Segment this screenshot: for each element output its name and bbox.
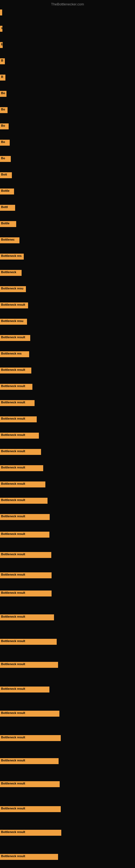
bar-label: Bottleneck res: [0, 351, 29, 357]
bar-label: B: [0, 58, 5, 64]
bar-label: [0, 9, 2, 16]
bar-row: Bottleneck result: [0, 614, 54, 621]
bar-label: Bo: [0, 107, 8, 113]
bar-row: Bottleneck result: [0, 498, 48, 505]
bar-row: Bottleneck result: [0, 758, 58, 765]
bar-label: Bottleneck result: [0, 552, 51, 558]
bar-label: Bottleneck resu: [0, 286, 26, 292]
bar-row: Bottleneck res: [0, 254, 24, 261]
bar-label: Bottleneck result: [0, 303, 28, 308]
bar-row: Bottleneck result: [0, 711, 59, 718]
bar-label: Bottleneck result: [0, 465, 43, 471]
bar-row: Bottleneck result: [0, 303, 28, 310]
bar-label: s: [0, 26, 2, 32]
bar-label: Bottleneck result: [0, 781, 60, 787]
bar-row: Bo: [0, 91, 6, 98]
bar-row: B: [0, 58, 5, 65]
site-title: TheBottlenecker.com: [51, 2, 84, 6]
bar-row: Bottleneck result: [0, 482, 45, 489]
bar-label: Bottleneck result: [0, 532, 49, 538]
bar-label: Bottleneck result: [0, 482, 45, 488]
bar-label: Bo: [0, 91, 6, 97]
bar-label: E: [0, 42, 3, 48]
bar-label: Bottleneck result: [0, 335, 30, 341]
bar-row: Bo: [0, 140, 10, 147]
bar-label: Bottle: [0, 188, 14, 194]
bar-row: Bottleneck result: [0, 735, 61, 742]
bar-label: Bottlenec: [0, 237, 19, 243]
bar-row: Bottleneck resu: [0, 286, 26, 293]
bar-label: Bott: [0, 172, 12, 178]
bar-row: Bottleneck result: [0, 384, 32, 391]
bar-row: Bottleneck result: [0, 532, 49, 539]
bar-row: E: [0, 42, 3, 49]
bar-label: Bottleneck result: [0, 498, 48, 504]
bar-label: B: [0, 74, 5, 81]
bar-label: Bottleneck result: [0, 572, 52, 578]
bar-row: Bo: [0, 156, 11, 163]
bar-label: Bottleneck result: [0, 368, 31, 373]
bar-row: Bottleneck result: [0, 465, 43, 472]
bar-row: Bottle: [0, 221, 16, 228]
bar-row: Bott: [0, 172, 12, 179]
bar-label: Bottleneck: [0, 270, 21, 276]
bar-row: Bottleneck result: [0, 686, 49, 693]
bar-row: Bottleneck result: [0, 639, 57, 646]
bar-row: Bottleneck res: [0, 351, 29, 358]
bar-label: Bottleneck result: [0, 662, 58, 668]
bar-label: Bottleneck result: [0, 830, 61, 836]
bar-row: Bo: [0, 107, 8, 114]
bar-label: Bo: [0, 140, 10, 146]
bar-row: Bottleneck resu: [0, 319, 27, 326]
bar-label: Bottleneck result: [0, 514, 50, 520]
bar-label: Bottle: [0, 221, 16, 227]
bar-row: Bottleneck result: [0, 572, 52, 579]
bar-row: Bottleneck result: [0, 552, 51, 559]
bar-row: Bo: [0, 123, 9, 130]
bar-label: Bo: [0, 156, 11, 162]
bar-row: Bottleneck result: [0, 368, 31, 375]
bar-row: s: [0, 26, 2, 33]
bar-label: Bottleneck res: [0, 254, 24, 259]
bar-label: Bottleneck result: [0, 758, 58, 764]
bar-row: Bottleneck: [0, 270, 21, 277]
bar-label: Bottleneck result: [0, 433, 39, 439]
bar-row: Bottleneck result: [0, 433, 39, 440]
bar-label: Bottleneck result: [0, 590, 52, 596]
bar-row: Bottle: [0, 188, 14, 195]
bar-label: Bottleneck resu: [0, 319, 27, 325]
bar-label: Bottleneck result: [0, 711, 59, 717]
bar-row: Bottl: [0, 205, 15, 212]
bar-label: Bottleneck result: [0, 854, 58, 860]
bar-label: Bottleneck result: [0, 806, 61, 812]
bar-row: [0, 9, 2, 17]
bar-label: Bottl: [0, 205, 15, 211]
bar-row: Bottleneck result: [0, 416, 37, 424]
bar-label: Bottleneck result: [0, 686, 49, 692]
bar-row: Bottleneck result: [0, 662, 58, 669]
bar-label: Bottleneck result: [0, 416, 37, 422]
bar-row: Bottleneck result: [0, 854, 58, 861]
bar-row: Bottleneck result: [0, 400, 35, 407]
bar-row: Bottleneck result: [0, 781, 60, 788]
bar-row: Bottleneck result: [0, 335, 30, 342]
bar-label: Bottleneck result: [0, 639, 57, 645]
bar-row: Bottleneck result: [0, 514, 50, 521]
bar-row: Bottleneck result: [0, 449, 41, 456]
bar-row: Bottlenec: [0, 237, 19, 244]
bar-label: Bottleneck result: [0, 614, 54, 620]
bar-label: Bottleneck result: [0, 449, 41, 455]
bar-label: Bo: [0, 123, 9, 129]
bar-label: Bottleneck result: [0, 735, 61, 741]
bar-row: Bottleneck result: [0, 806, 61, 813]
bar-row: Bottleneck result: [0, 590, 52, 597]
bar-label: Bottleneck result: [0, 384, 32, 390]
bar-row: Bottleneck result: [0, 830, 61, 837]
bar-row: B: [0, 74, 5, 82]
bar-label: Bottleneck result: [0, 400, 35, 406]
